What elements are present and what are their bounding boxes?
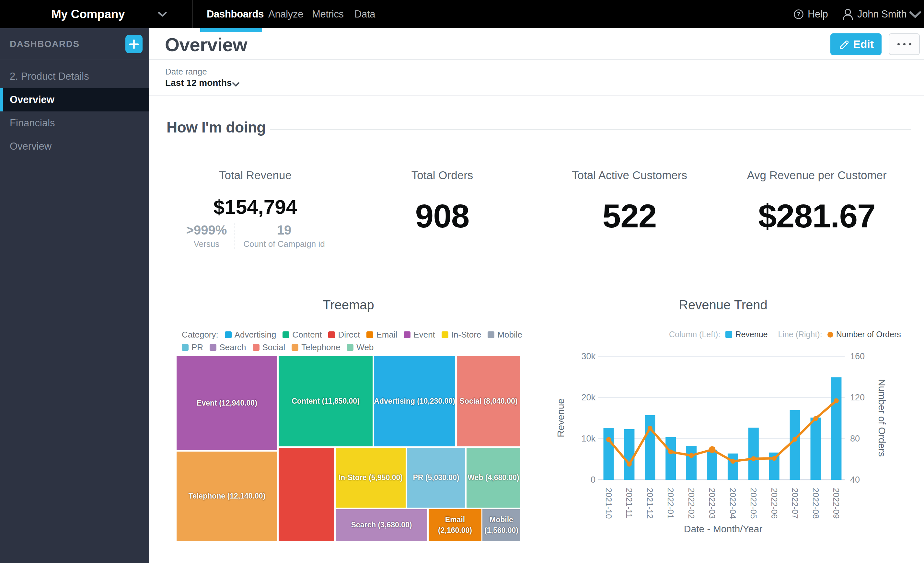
svg-text:2022-05: 2022-05 — [749, 488, 759, 519]
svg-text:0: 0 — [591, 475, 596, 485]
svg-text:Date - Month/Year: Date - Month/Year — [684, 524, 762, 534]
svg-text:2022-04: 2022-04 — [728, 488, 738, 519]
svg-text:Number of Orders: Number of Orders — [877, 379, 887, 457]
svg-text:Revenue: Revenue — [555, 398, 566, 437]
svg-text:2021-10: 2021-10 — [604, 488, 614, 519]
svg-text:20k: 20k — [581, 392, 596, 402]
svg-text:40: 40 — [850, 475, 860, 485]
svg-text:2022-02: 2022-02 — [687, 488, 696, 519]
svg-text:2022-08: 2022-08 — [811, 488, 820, 519]
svg-text:2022-09: 2022-09 — [831, 488, 841, 519]
svg-text:10k: 10k — [581, 434, 596, 443]
svg-text:160: 160 — [850, 352, 865, 361]
svg-text:2021-11: 2021-11 — [624, 488, 634, 518]
svg-text:2022-03: 2022-03 — [707, 488, 717, 519]
svg-text:2021-12: 2021-12 — [645, 488, 655, 519]
svg-text:80: 80 — [850, 434, 860, 443]
svg-text:120: 120 — [850, 392, 865, 402]
svg-text:?: ? — [796, 11, 801, 18]
svg-text:2022-06: 2022-06 — [770, 488, 779, 519]
svg-text:2022-01: 2022-01 — [666, 488, 675, 519]
svg-text:2022-07: 2022-07 — [790, 488, 800, 519]
svg-text:30k: 30k — [581, 352, 596, 361]
